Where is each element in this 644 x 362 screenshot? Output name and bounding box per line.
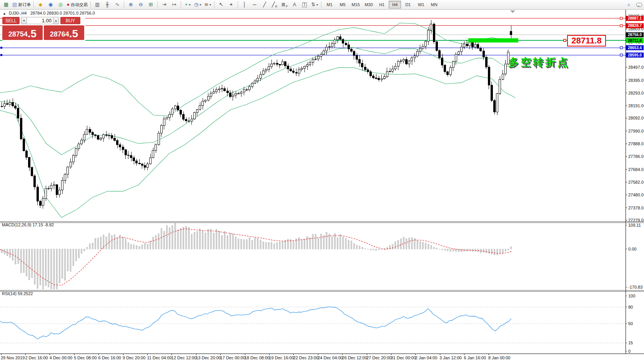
price-callout-box[interactable]: 28711.8 (567, 35, 606, 46)
timeframe-button-m5[interactable]: M5 (336, 1, 349, 8)
svg-text:27684.0: 27684.0 (628, 167, 644, 172)
tile-windows-button[interactable]: ⊞ (146, 1, 156, 8)
svg-text:100: 100 (628, 294, 635, 298)
buy-button[interactable]: BUY (60, 17, 80, 24)
svg-text:26 Dec 12:00: 26 Dec 12:00 (342, 355, 367, 360)
svg-text:0.00: 0.00 (628, 247, 636, 251)
market-watch-button[interactable]: ◎ (55, 1, 65, 8)
templates-button[interactable]: ≋▾ (203, 1, 213, 8)
autotrading-icon: ● (67, 1, 70, 8)
chart-shift-icon: ↦ (172, 1, 176, 8)
svg-text:80: 80 (628, 305, 633, 309)
tile-windows-icon: ⊞ (149, 1, 153, 8)
arrows-icon: ⇅ (311, 1, 315, 8)
collapse-panel-icon[interactable]: ▲ (3, 12, 6, 15)
toolbar-separator (238, 1, 238, 8)
svg-text:3 Jan 12:00: 3 Jan 12:00 (439, 355, 462, 360)
chart-shift-button[interactable]: ↦ (169, 1, 179, 8)
indicators-button[interactable]: +▾ (183, 1, 193, 8)
sell-button[interactable]: SELL (2, 17, 20, 24)
periods-button[interactable]: ◷▾ (193, 1, 203, 8)
svg-text:28092.0: 28092.0 (628, 116, 644, 120)
svg-text:13 Dec 20:00: 13 Dec 20:00 (196, 355, 221, 360)
timeframe-button-mn[interactable]: MN (428, 1, 440, 8)
text-button[interactable]: A (290, 1, 300, 8)
line-chart-button[interactable]: ∿ (112, 1, 122, 8)
horizontal-line-button[interactable]: ─ (250, 1, 260, 8)
fibonacci-icon-letter: F (286, 5, 288, 8)
toolbar-separator (90, 1, 91, 8)
vertical-line-button[interactable]: │ (240, 1, 250, 8)
svg-text:27279.0: 27279.0 (628, 218, 644, 223)
autotrading-button[interactable]: ●自动交易 (65, 1, 89, 8)
search-button[interactable]: ⌕ (624, 1, 634, 8)
timeframe-button-h1[interactable]: H1 (376, 1, 388, 8)
chevron-down-icon[interactable]: ▾ (189, 3, 190, 7)
metaeditor-icon: ◉ (48, 1, 53, 8)
candlestick-icon: ╫ (106, 1, 109, 8)
periods-icon: ◷ (194, 1, 198, 8)
zoom-in-button[interactable]: ⊕ (126, 1, 136, 8)
text-label-icon: T (302, 2, 307, 7)
trendline-icon: ╱ (263, 1, 266, 8)
bar-chart-button[interactable]: ▥ (92, 1, 102, 8)
text-label-button[interactable]: T (300, 1, 310, 8)
macd-indicator-label: MACD(12,26,9) 17.15 -8.82 (2, 223, 54, 227)
new-order-button[interactable]: ▤新订单 (11, 1, 32, 8)
new-chart-icon: ▦ (4, 1, 8, 8)
chat-button[interactable] (634, 1, 644, 8)
metaeditor-button[interactable]: ◉ (45, 1, 55, 8)
timeframe-button-m30[interactable]: M30 (363, 1, 375, 8)
text-icon: A (293, 1, 296, 8)
timeframe-button-w1[interactable]: W1 (415, 1, 427, 8)
toolbar-separator (124, 1, 124, 8)
chevron-down-icon[interactable]: ▾ (316, 3, 318, 7)
cursor-button[interactable]: ↖ (216, 1, 226, 8)
trendline-button[interactable]: ╱ (260, 1, 270, 8)
support-highlight-bar[interactable] (468, 38, 518, 43)
fibonacci-button[interactable]: ≣F (280, 1, 290, 8)
svg-text:27990.0: 27990.0 (628, 129, 644, 133)
candlestick-chart-button[interactable]: ╫ (102, 1, 112, 8)
crosshair-button[interactable]: ⌖ (226, 1, 236, 8)
volume-increase-button[interactable]: ▲ (53, 17, 59, 24)
sell-price-box[interactable]: 28754 .5 (2, 25, 43, 40)
svg-text:31 Dec 00:00: 31 Dec 00:00 (391, 355, 416, 360)
new-chart-button[interactable]: ▦ (1, 1, 11, 8)
turning-point-annotation[interactable]: 多空转折点 (508, 55, 570, 69)
search-icon: ⌕ (627, 1, 630, 8)
volume-decrease-button[interactable]: ▼ (21, 17, 27, 24)
timeframe-button-h4[interactable]: H4 (389, 1, 401, 8)
auto-scroll-button[interactable]: ⇥ (159, 1, 169, 8)
svg-text:109.11: 109.11 (628, 223, 641, 227)
svg-text:15: 15 (628, 340, 633, 345)
svg-text:28711.8: 28711.8 (628, 38, 642, 43)
templates-icon: ≋ (204, 1, 208, 8)
timeframe-button-d1[interactable]: D1 (402, 1, 414, 8)
vertical-line-icon: │ (243, 1, 246, 8)
fibonacci-icon: ≣ (281, 1, 286, 8)
svg-text:11 Dec 04:00: 11 Dec 04:00 (147, 355, 172, 360)
timeframe-button-m15[interactable]: M15 (349, 1, 362, 8)
svg-text:27 Dec 20:00: 27 Dec 20:00 (366, 355, 391, 360)
svg-text:28756.0: 28756.0 (628, 33, 642, 37)
svg-text:24 Dec 04:00: 24 Dec 04:00 (318, 355, 343, 360)
toolbar-separator (157, 1, 158, 8)
toolbar-separator (321, 1, 321, 8)
buy-price-box[interactable]: 28764 .5 (44, 25, 84, 40)
volume-input[interactable] (27, 17, 53, 24)
timeframe-button-m1[interactable]: M1 (323, 1, 336, 8)
buy-price-fraction: .5 (69, 28, 78, 39)
horizontal-line-icon: ─ (253, 1, 256, 8)
channel-button[interactable]: ╱E (270, 1, 280, 8)
zoom-out-button[interactable]: ⊖ (136, 1, 146, 8)
crosshair-icon: ⌖ (230, 1, 232, 8)
svg-text:28497.0: 28497.0 (628, 65, 644, 70)
metaquotes-button[interactable]: ◆ (35, 1, 45, 8)
chevron-down-icon[interactable]: ▾ (210, 3, 211, 7)
cursor-icon: ↖ (219, 1, 223, 8)
chat-icon (636, 3, 642, 7)
metaquotes-icon: ◆ (38, 1, 42, 8)
chevron-down-icon[interactable]: ▾ (200, 3, 201, 7)
arrows-button[interactable]: ⇅▾ (310, 1, 320, 8)
